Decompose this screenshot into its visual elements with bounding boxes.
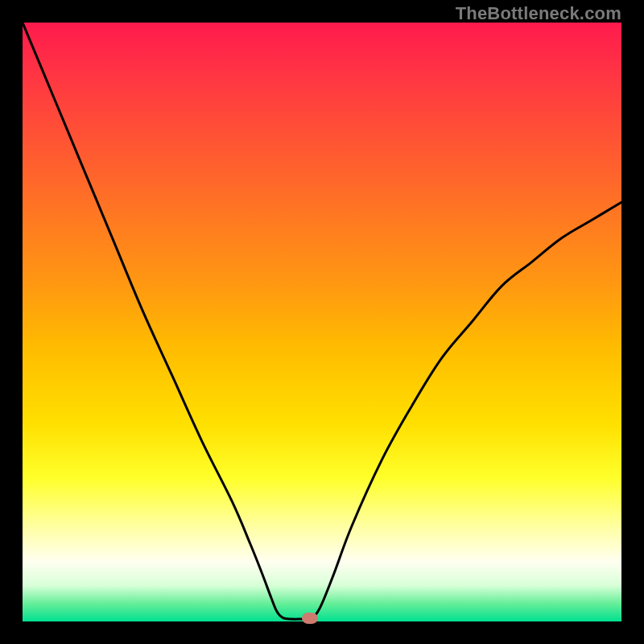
bottleneck-curve — [23, 23, 621, 621]
optimum-marker — [302, 613, 318, 624]
plot-area — [23, 23, 621, 621]
chart-container: TheBottleneck.com — [0, 0, 644, 644]
attribution-label: TheBottleneck.com — [456, 3, 621, 24]
